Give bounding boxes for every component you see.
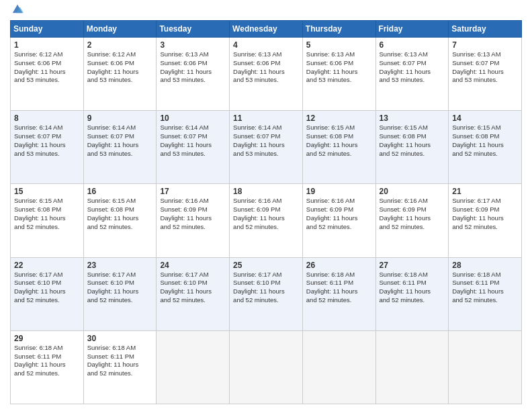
empty-cell [375, 330, 449, 404]
sunrise-label: Sunrise: 6:15 AM [87, 197, 136, 204]
sunrise-label: Sunrise: 6:15 AM [306, 124, 355, 131]
sunrise-label: Sunrise: 6:18 AM [87, 344, 136, 351]
day-info: Sunrise: 6:14 AMSunset: 6:07 PMDaylight:… [87, 124, 153, 158]
daylight-minutes: and 52 minutes. [452, 223, 498, 230]
daylight-label: Daylight: 11 hours [160, 68, 212, 75]
sunrise-label: Sunrise: 6:12 AM [14, 50, 62, 58]
sunrise-label: Sunrise: 6:18 AM [380, 271, 428, 278]
daylight-minutes: and 52 minutes. [380, 296, 425, 304]
sunrise-label: Sunrise: 6:17 AM [87, 271, 136, 278]
col-header-wednesday: Wednesday [230, 21, 303, 38]
day-number: 27 [380, 261, 445, 270]
day-cell-28: 28Sunrise: 6:18 AMSunset: 6:11 PMDayligh… [449, 257, 522, 330]
day-cell-26: 26Sunrise: 6:18 AMSunset: 6:11 PMDayligh… [302, 257, 375, 330]
sunset-label: Sunset: 6:09 PM [452, 205, 499, 213]
sunset-label: Sunset: 6:09 PM [233, 205, 280, 213]
sunrise-label: Sunrise: 6:18 AM [306, 271, 355, 278]
sunrise-label: Sunrise: 6:13 AM [452, 50, 500, 58]
sunrise-label: Sunrise: 6:14 AM [160, 124, 208, 131]
calendar-table: SundayMondayTuesdayWednesdayThursdayFrid… [10, 20, 522, 404]
sunset-label: Sunset: 6:10 PM [160, 279, 207, 286]
daylight-minutes: and 53 minutes. [160, 150, 206, 157]
day-cell-7: 7Sunrise: 6:13 AMSunset: 6:07 PMDaylight… [449, 38, 522, 111]
daylight-label: Daylight: 11 hours [87, 361, 139, 368]
daylight-label: Daylight: 11 hours [14, 68, 66, 75]
sunrise-label: Sunrise: 6:15 AM [452, 124, 500, 131]
empty-cell [230, 330, 303, 404]
day-info: Sunrise: 6:15 AMSunset: 6:08 PMDaylight:… [87, 197, 153, 231]
day-number: 16 [87, 187, 153, 196]
daylight-label: Daylight: 11 hours [87, 214, 139, 222]
sunset-label: Sunset: 6:11 PM [380, 279, 427, 286]
day-cell-11: 11Sunrise: 6:14 AMSunset: 6:07 PMDayligh… [230, 111, 303, 184]
daylight-minutes: and 52 minutes. [452, 150, 498, 157]
day-number: 21 [452, 187, 518, 196]
day-number: 28 [452, 261, 518, 270]
day-number: 14 [452, 113, 518, 123]
day-number: 18 [233, 187, 299, 196]
daylight-minutes: and 52 minutes. [87, 223, 133, 230]
sunset-label: Sunset: 6:07 PM [452, 59, 499, 66]
day-info: Sunrise: 6:12 AMSunset: 6:06 PMDaylight:… [14, 50, 80, 85]
day-number: 12 [306, 113, 372, 123]
sunset-label: Sunset: 6:08 PM [452, 132, 499, 140]
daylight-label: Daylight: 11 hours [452, 287, 504, 295]
day-info: Sunrise: 6:17 AMSunset: 6:10 PMDaylight:… [87, 271, 153, 305]
day-info: Sunrise: 6:13 AMSunset: 6:06 PMDaylight:… [233, 50, 299, 85]
daylight-label: Daylight: 11 hours [160, 287, 212, 295]
daylight-minutes: and 52 minutes. [160, 223, 206, 230]
col-header-sunday: Sunday [11, 21, 84, 38]
daylight-label: Daylight: 11 hours [380, 214, 431, 222]
daylight-label: Daylight: 11 hours [306, 287, 358, 295]
sunrise-label: Sunrise: 6:16 AM [160, 197, 208, 204]
day-number: 2 [87, 40, 153, 50]
sunrise-label: Sunrise: 6:12 AM [87, 50, 136, 58]
day-cell-17: 17Sunrise: 6:16 AMSunset: 6:09 PMDayligh… [157, 184, 230, 257]
daylight-label: Daylight: 11 hours [87, 68, 139, 75]
sunrise-label: Sunrise: 6:17 AM [452, 197, 500, 204]
sunset-label: Sunset: 6:06 PM [306, 59, 353, 66]
day-info: Sunrise: 6:13 AMSunset: 6:07 PMDaylight:… [452, 50, 518, 85]
day-number: 22 [14, 261, 80, 270]
daylight-minutes: and 52 minutes. [87, 296, 133, 304]
daylight-label: Daylight: 11 hours [87, 287, 139, 295]
day-info: Sunrise: 6:17 AMSunset: 6:10 PMDaylight:… [233, 271, 299, 305]
sunrise-label: Sunrise: 6:18 AM [14, 344, 62, 351]
sunset-label: Sunset: 6:08 PM [306, 132, 353, 140]
daylight-minutes: and 53 minutes. [233, 76, 279, 83]
empty-cell [449, 330, 522, 404]
sunrise-label: Sunrise: 6:13 AM [380, 50, 428, 58]
sunset-label: Sunset: 6:09 PM [380, 205, 427, 213]
day-number: 17 [160, 187, 226, 196]
day-info: Sunrise: 6:17 AMSunset: 6:09 PMDaylight:… [452, 197, 518, 231]
daylight-label: Daylight: 11 hours [14, 361, 66, 368]
day-number: 23 [87, 261, 153, 270]
day-cell-3: 3Sunrise: 6:13 AMSunset: 6:06 PMDaylight… [157, 38, 230, 111]
day-info: Sunrise: 6:15 AMSunset: 6:08 PMDaylight:… [14, 197, 80, 231]
sunset-label: Sunset: 6:08 PM [380, 132, 427, 140]
sunset-label: Sunset: 6:07 PM [14, 132, 61, 140]
daylight-label: Daylight: 11 hours [380, 68, 431, 75]
day-cell-27: 27Sunrise: 6:18 AMSunset: 6:11 PMDayligh… [375, 257, 449, 330]
day-cell-9: 9Sunrise: 6:14 AMSunset: 6:07 PMDaylight… [83, 111, 157, 184]
daylight-minutes: and 52 minutes. [306, 223, 352, 230]
daylight-label: Daylight: 11 hours [233, 141, 285, 148]
sunset-label: Sunset: 6:08 PM [14, 205, 61, 213]
daylight-minutes: and 52 minutes. [306, 150, 352, 157]
day-info: Sunrise: 6:18 AMSunset: 6:11 PMDaylight:… [87, 344, 153, 378]
day-cell-8: 8Sunrise: 6:14 AMSunset: 6:07 PMDaylight… [11, 111, 84, 184]
daylight-label: Daylight: 11 hours [14, 287, 66, 295]
day-number: 1 [14, 40, 80, 50]
daylight-minutes: and 53 minutes. [452, 76, 498, 83]
day-cell-29: 29Sunrise: 6:18 AMSunset: 6:11 PMDayligh… [11, 330, 84, 404]
sunset-label: Sunset: 6:06 PM [233, 59, 280, 66]
day-info: Sunrise: 6:13 AMSunset: 6:07 PMDaylight:… [380, 50, 445, 85]
day-cell-30: 30Sunrise: 6:18 AMSunset: 6:11 PMDayligh… [83, 330, 157, 404]
day-info: Sunrise: 6:12 AMSunset: 6:06 PMDaylight:… [87, 50, 153, 85]
day-cell-14: 14Sunrise: 6:15 AMSunset: 6:08 PMDayligh… [449, 111, 522, 184]
day-cell-15: 15Sunrise: 6:15 AMSunset: 6:08 PMDayligh… [11, 184, 84, 257]
sunset-label: Sunset: 6:10 PM [14, 279, 61, 286]
col-header-tuesday: Tuesday [157, 21, 230, 38]
sunset-label: Sunset: 6:11 PM [452, 279, 499, 286]
daylight-minutes: and 52 minutes. [306, 296, 352, 304]
